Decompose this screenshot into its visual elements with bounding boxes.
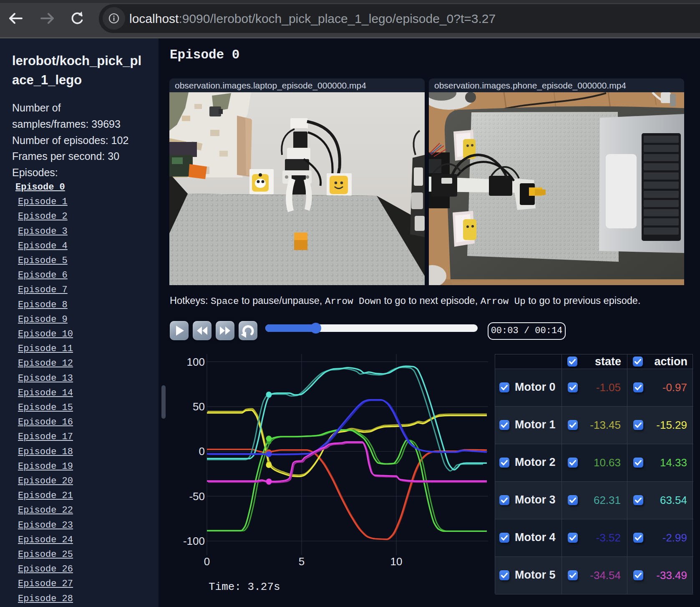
svg-text:10: 10 [390, 555, 403, 568]
svg-text:Time: 3.27s: Time: 3.27s [209, 581, 280, 593]
svg-text:50: 50 [193, 400, 205, 413]
svg-text:-50: -50 [189, 490, 205, 503]
svg-text:5: 5 [299, 555, 305, 568]
svg-text:0: 0 [204, 555, 210, 568]
svg-text:0: 0 [199, 445, 205, 458]
svg-text:-100: -100 [183, 535, 205, 547]
svg-text:100: 100 [187, 356, 205, 368]
